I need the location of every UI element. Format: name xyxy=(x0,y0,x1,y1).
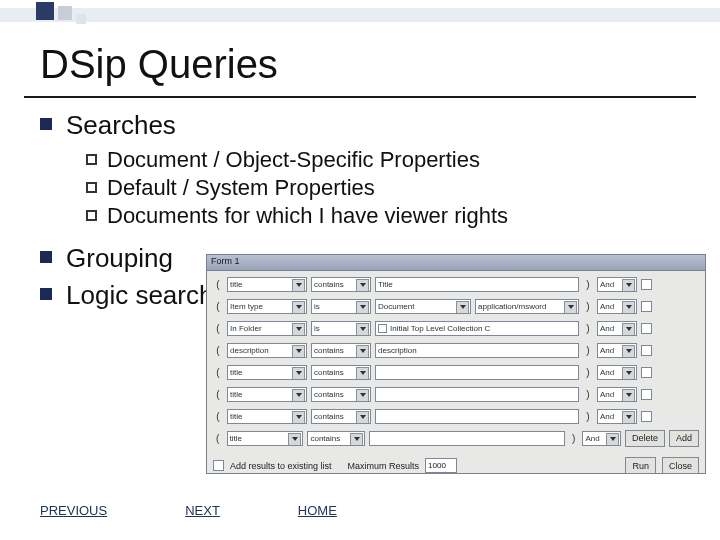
group-bracket-open[interactable]: ( xyxy=(213,301,223,312)
slide: DSip Queries Searches Document / Object-… xyxy=(0,0,720,540)
slide-title: DSip Queries xyxy=(40,42,278,87)
add-button[interactable]: Add xyxy=(669,430,699,447)
field-select[interactable]: title xyxy=(227,431,304,446)
row-checkbox[interactable] xyxy=(641,367,652,378)
close-button[interactable]: Close xyxy=(662,457,699,474)
header-strip xyxy=(0,8,720,22)
criteria-row: ( title contains ) And xyxy=(213,363,699,381)
group-bracket-open[interactable]: ( xyxy=(213,367,223,378)
operator-select[interactable]: contains xyxy=(311,365,371,380)
bullet-searches: Searches xyxy=(40,110,680,141)
logic-select[interactable]: And xyxy=(597,321,637,336)
sub-bullet: Default / System Properties xyxy=(86,175,680,201)
bullet-logic-search: Logic search xyxy=(40,280,220,311)
value-input[interactable]: Title xyxy=(375,277,579,292)
operator-select[interactable]: is xyxy=(311,299,371,314)
value-input[interactable]: description xyxy=(375,343,579,358)
operator-select[interactable]: contains xyxy=(311,343,371,358)
header-square-dark xyxy=(36,2,54,20)
group-bracket-open[interactable]: ( xyxy=(213,323,223,334)
value-input[interactable] xyxy=(369,431,565,446)
field-select[interactable]: In Folder xyxy=(227,321,307,336)
value-input[interactable]: Initial Top Level Collection C xyxy=(375,321,579,336)
row-checkbox[interactable] xyxy=(641,389,652,400)
bullet-open-icon xyxy=(86,210,97,221)
criteria-row: ( title contains ) And xyxy=(213,407,699,425)
sub-bullet-label: Documents for which I have viewer rights xyxy=(107,203,508,229)
group-bracket-close[interactable]: ) xyxy=(583,323,593,334)
field-select[interactable]: title xyxy=(227,409,307,424)
value-extra-input[interactable]: application/msword xyxy=(475,299,579,314)
field-select[interactable]: title xyxy=(227,365,307,380)
value-input[interactable] xyxy=(375,365,579,380)
previous-link[interactable]: PREVIOUS xyxy=(40,503,107,518)
field-select[interactable]: title xyxy=(227,387,307,402)
sub-bullet-label: Default / System Properties xyxy=(107,175,375,201)
group-bracket-close[interactable]: ) xyxy=(583,367,593,378)
criteria-row: ( title contains ) And Delete Add xyxy=(213,429,699,447)
row-checkbox[interactable] xyxy=(641,345,652,356)
dialog-bottom-bar: Add results to existing list Maximum Res… xyxy=(207,453,705,480)
criteria-grid: ( title contains Title ) And ( Item type… xyxy=(207,271,705,453)
value-input[interactable]: Document xyxy=(375,299,471,314)
group-bracket-close[interactable]: ) xyxy=(583,301,593,312)
value-input[interactable] xyxy=(375,409,579,424)
group-bracket-close[interactable]: ) xyxy=(583,345,593,356)
logic-select[interactable]: And xyxy=(597,277,637,292)
search-dialog: Form 1 ( title contains Title ) And ( It… xyxy=(206,254,706,474)
operator-select[interactable]: is xyxy=(311,321,371,336)
row-checkbox[interactable] xyxy=(641,411,652,422)
folder-checkbox[interactable] xyxy=(378,324,387,333)
logic-select[interactable]: And xyxy=(597,387,637,402)
title-rule xyxy=(24,96,696,98)
operator-select[interactable]: contains xyxy=(311,387,371,402)
sub-bullets: Document / Object-Specific Properties De… xyxy=(86,147,680,229)
group-bracket-open[interactable]: ( xyxy=(213,279,223,290)
max-results-label: Maximum Results xyxy=(348,461,420,471)
operator-select[interactable]: contains xyxy=(311,277,371,292)
next-link[interactable]: NEXT xyxy=(185,503,220,518)
group-bracket-open[interactable]: ( xyxy=(213,389,223,400)
bullet-open-icon xyxy=(86,182,97,193)
header-square-grey xyxy=(58,6,72,20)
row-checkbox[interactable] xyxy=(641,301,652,312)
group-bracket-open[interactable]: ( xyxy=(213,433,223,444)
bullet-icon xyxy=(40,288,52,300)
run-button[interactable]: Run xyxy=(625,457,656,474)
bullet-label: Grouping xyxy=(66,243,173,274)
bullet-icon xyxy=(40,251,52,263)
operator-select[interactable]: contains xyxy=(311,409,371,424)
add-results-checkbox[interactable] xyxy=(213,460,224,471)
logic-select[interactable]: And xyxy=(597,343,637,358)
logic-select[interactable]: And xyxy=(597,409,637,424)
field-select[interactable]: title xyxy=(227,277,307,292)
row-checkbox[interactable] xyxy=(641,323,652,334)
value-input[interactable] xyxy=(375,387,579,402)
bullet-icon xyxy=(40,118,52,130)
criteria-row: ( title contains ) And xyxy=(213,385,699,403)
group-bracket-close[interactable]: ) xyxy=(569,433,579,444)
group-bracket-open[interactable]: ( xyxy=(213,345,223,356)
footer-nav: PREVIOUS NEXT HOME xyxy=(40,503,337,518)
criteria-row: ( Item type is Document application/mswo… xyxy=(213,297,699,315)
delete-button[interactable]: Delete xyxy=(625,430,665,447)
criteria-row: ( description contains description ) And xyxy=(213,341,699,359)
group-bracket-close[interactable]: ) xyxy=(583,389,593,400)
group-bracket-open[interactable]: ( xyxy=(213,411,223,422)
logic-select[interactable]: And xyxy=(582,431,621,446)
logic-select[interactable]: And xyxy=(597,365,637,380)
add-results-label: Add results to existing list xyxy=(230,461,332,471)
field-select[interactable]: Item type xyxy=(227,299,307,314)
dialog-title: Form 1 xyxy=(207,255,705,271)
operator-select[interactable]: contains xyxy=(307,431,365,446)
home-link[interactable]: HOME xyxy=(298,503,337,518)
max-results-input[interactable]: 1000 xyxy=(425,458,457,473)
logic-select[interactable]: And xyxy=(597,299,637,314)
field-select[interactable]: description xyxy=(227,343,307,358)
sub-bullet-label: Document / Object-Specific Properties xyxy=(107,147,480,173)
bullet-label: Searches xyxy=(66,110,176,141)
group-bracket-close[interactable]: ) xyxy=(583,279,593,290)
group-bracket-close[interactable]: ) xyxy=(583,411,593,422)
row-checkbox[interactable] xyxy=(641,279,652,290)
criteria-row: ( In Folder is Initial Top Level Collect… xyxy=(213,319,699,337)
